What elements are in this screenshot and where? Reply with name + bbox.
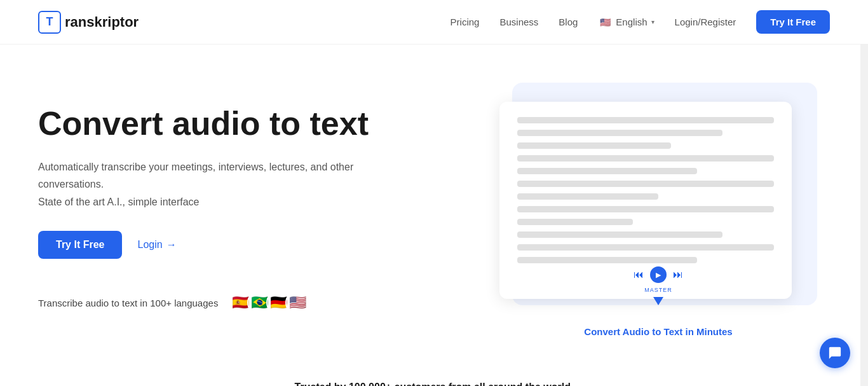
language-flag: 🇺🇸	[598, 15, 612, 29]
player-label: MASTER	[644, 287, 672, 293]
hero-try-free-button[interactable]: Try It Free	[38, 231, 122, 259]
text-line-8	[517, 206, 774, 212]
text-line-10	[517, 231, 722, 238]
player-row: ⏮ ▶ ⏭	[634, 266, 683, 283]
header-try-free-button[interactable]: Try It Free	[756, 10, 830, 34]
mockup-convert-label: Convert Audio to Text in Minutes	[584, 326, 732, 337]
language-selector[interactable]: 🇺🇸 English ▾	[598, 15, 654, 29]
player-controls: ⏮ ▶ ⏭ MASTER	[634, 266, 683, 305]
hero-description-2: State of the art A.I., simple interface	[38, 196, 394, 208]
rewind-icon: ⏮	[634, 269, 644, 280]
cursor-icon	[653, 297, 663, 305]
trusted-text: Trusted by 100.000+ customers from all a…	[38, 382, 830, 386]
logo-text: ranskriptor	[65, 14, 139, 31]
hero-mockup: ⏮ ▶ ⏭ MASTER Convert Audio to Text in Mi…	[487, 83, 830, 337]
nav-pricing[interactable]: Pricing	[451, 17, 480, 27]
hero-cta-group: Try It Free Login →	[38, 231, 394, 259]
text-line-2	[517, 130, 722, 136]
text-line-6	[517, 181, 774, 187]
text-line-4	[517, 155, 774, 162]
flag-stack: 🇪🇸 🇧🇷 🇩🇪 🇺🇸	[228, 291, 309, 315]
forward-icon: ⏭	[673, 269, 683, 280]
text-line-12	[517, 257, 697, 263]
languages-row: Transcribe audio to text in 100+ languag…	[38, 291, 394, 315]
language-label: English	[616, 17, 647, 27]
nav-login-register[interactable]: Login/Register	[675, 17, 736, 27]
text-line-1	[517, 117, 774, 123]
text-line-7	[517, 193, 658, 200]
main-nav: Pricing Business Blog 🇺🇸 English ▾ Login…	[451, 10, 830, 34]
nav-business[interactable]: Business	[499, 17, 538, 27]
logo-icon: T	[38, 11, 61, 34]
languages-label: Transcribe audio to text in 100+ languag…	[38, 298, 218, 308]
arrow-right-icon: →	[166, 239, 177, 251]
text-line-5	[517, 168, 697, 174]
chevron-down-icon: ▾	[651, 18, 654, 25]
hero-title: Convert audio to text	[38, 105, 394, 143]
text-line-9	[517, 219, 633, 225]
nav-blog[interactable]: Blog	[559, 17, 578, 27]
hero-login-button[interactable]: Login →	[137, 239, 176, 251]
hero-section: Convert audio to text Automatically tran…	[0, 45, 868, 362]
trusted-section: Trusted by 100.000+ customers from all a…	[0, 362, 868, 386]
text-line-3	[517, 142, 671, 149]
text-line-11	[517, 244, 774, 251]
logo[interactable]: T ranskriptor	[38, 11, 139, 34]
header: T ranskriptor Pricing Business Blog 🇺🇸 E…	[0, 0, 868, 45]
hero-description-1: Automatically transcribe your meetings, …	[38, 158, 394, 193]
scrollbar[interactable]	[860, 0, 868, 386]
play-button[interactable]: ▶	[650, 266, 667, 283]
hero-content: Convert audio to text Automatically tran…	[38, 105, 394, 315]
flag-english: 🇺🇸	[285, 291, 309, 315]
chat-button[interactable]	[820, 338, 850, 368]
chat-icon	[828, 346, 842, 360]
play-icon: ▶	[656, 271, 661, 279]
